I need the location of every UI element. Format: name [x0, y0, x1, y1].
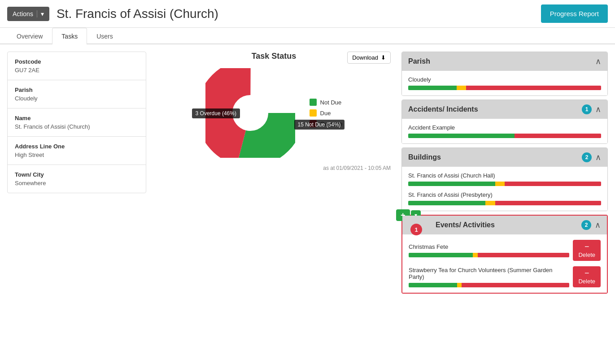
- chart-container: 3 Overdue (46%) 15 Not Due (54%) Not Due…: [157, 68, 391, 158]
- progress-bar-cloudely: [408, 86, 601, 90]
- pb-red: [478, 253, 569, 257]
- events-item-content-strawberry: Strawberry Tea for Church Volunteers (Su…: [409, 267, 569, 287]
- info-panel: Postcode GU7 2AE Parish Cloudely Name St…: [7, 52, 146, 193]
- list-item: St. Francis of Assisi (Presbytery): [408, 191, 601, 205]
- right-panel: Parish ∧ Cloudely Accidents/ In: [401, 52, 608, 297]
- progress-bar-accident: [408, 134, 601, 138]
- info-label-address: Address Line One: [15, 143, 139, 150]
- section-body-buildings: St. Francis of Assisi (Church Hall) St. …: [402, 167, 607, 211]
- info-row-city: Town/ City Somewhere: [8, 165, 146, 193]
- badge-buildings: 2: [582, 152, 592, 162]
- download-button[interactable]: Download ⬇: [347, 52, 391, 64]
- chevron-parish[interactable]: ∧: [595, 56, 601, 66]
- section-header-events: Events/ Activities 2 ∧: [402, 216, 607, 234]
- list-item: Christmas Fete − Delete: [409, 240, 601, 261]
- actions-button[interactable]: Actions ▾: [7, 7, 49, 21]
- section-header-right-buildings: 2 ∧: [582, 152, 601, 162]
- list-item: Cloudely: [408, 76, 601, 90]
- chevron-accidents[interactable]: ∧: [595, 104, 601, 114]
- tab-users[interactable]: Users: [87, 28, 122, 44]
- delete-christmas-button[interactable]: − Delete: [573, 240, 601, 261]
- page-title: St. Francis of Assisi (Church): [57, 7, 534, 21]
- minus-icon: −: [584, 269, 589, 277]
- section-body-accidents: Accident Example: [402, 119, 607, 143]
- actions-label: Actions: [13, 10, 33, 17]
- info-value-city: Somewhere: [15, 180, 139, 186]
- info-value-address: High Street: [15, 152, 139, 158]
- download-label: Download: [352, 54, 378, 61]
- delete-strawberry-button[interactable]: − Delete: [573, 266, 601, 287]
- progress-bar-strawberry: [409, 283, 569, 287]
- progress-bar-presbytery: [408, 201, 601, 205]
- tab-tasks[interactable]: Tasks: [52, 28, 87, 44]
- section-body-events: Christmas Fete − Delete: [402, 234, 607, 293]
- item-name-strawberry: Strawberry Tea for Church Volunteers (Su…: [409, 267, 569, 280]
- info-label-parish: Parish: [15, 87, 139, 93]
- info-value-parish: Cloudely: [15, 95, 139, 102]
- item-name-presbytery: St. Francis of Assisi (Presbytery): [408, 191, 601, 198]
- progress-bar-christmas: [409, 253, 569, 257]
- legend-color-notdue: [310, 99, 317, 106]
- pb-yellow: [473, 253, 478, 257]
- download-icon: ⬇: [381, 54, 386, 61]
- section-title-events: Events/ Activities: [436, 221, 495, 229]
- pb-yellow: [485, 201, 495, 205]
- progress-report-button[interactable]: Progress Report: [541, 4, 608, 23]
- info-label-postcode: Postcode: [15, 58, 139, 65]
- chart-area: Task Status Download ⬇: [146, 52, 401, 171]
- tooltip-overdue: 3 Overdue (46%): [192, 108, 240, 118]
- item-name-cloudely: Cloudely: [408, 76, 601, 83]
- section-events: + ▾ 1 Events/ Activities 2 ∧ Christmas F…: [401, 215, 608, 294]
- info-row-name: Name St. Francis of Assisi (Church): [8, 108, 146, 137]
- badge-events: 2: [581, 220, 591, 230]
- pb-green: [408, 182, 495, 186]
- chevron-events[interactable]: ∧: [595, 220, 601, 230]
- section-buildings: Buildings 2 ∧ St. Francis of Assisi (Chu…: [401, 147, 608, 211]
- pb-yellow: [457, 86, 467, 90]
- info-label-city: Town/ City: [15, 171, 139, 178]
- pb-red: [495, 201, 602, 205]
- events-circle-badge: 1: [410, 224, 422, 235]
- list-item: Strawberry Tea for Church Volunteers (Su…: [409, 266, 601, 287]
- header: Actions ▾ St. Francis of Assisi (Church)…: [0, 0, 615, 28]
- tab-overview[interactable]: Overview: [7, 28, 52, 44]
- pb-yellow: [495, 182, 505, 186]
- pb-green: [408, 134, 515, 138]
- list-item: Accident Example: [408, 124, 601, 138]
- pb-red: [505, 182, 601, 186]
- main-content: Postcode GU7 2AE Parish Cloudely Name St…: [0, 44, 615, 304]
- section-header-accidents: Accidents/ Incidents 1 ∧: [402, 100, 607, 119]
- pb-yellow: [457, 283, 462, 287]
- section-accidents: Accidents/ Incidents 1 ∧ Accident Exampl…: [401, 100, 608, 144]
- chart-timestamp: as at 01/09/2021 - 10:05 AM: [157, 165, 391, 171]
- info-row-parish: Parish Cloudely: [8, 80, 146, 108]
- badge-accidents: 1: [582, 104, 592, 114]
- actions-caret: ▾: [37, 10, 44, 17]
- section-body-parish: Cloudely: [402, 71, 607, 95]
- section-title-accidents: Accidents/ Incidents: [408, 105, 478, 113]
- pb-green: [408, 201, 485, 205]
- tabs-bar: Overview Tasks Users: [0, 28, 615, 44]
- progress-bar-churchhall: [408, 182, 601, 186]
- chevron-buildings[interactable]: ∧: [595, 152, 601, 162]
- tooltip-notdue: 15 Not Due (54%): [294, 120, 345, 130]
- delete-strawberry-label: Delete: [578, 278, 595, 285]
- section-parish: Parish ∧ Cloudely: [401, 52, 608, 96]
- info-value-postcode: GU7 2AE: [15, 67, 139, 74]
- section-title-parish: Parish: [408, 57, 430, 65]
- legend-item-notdue: Not Due: [310, 99, 343, 106]
- list-item: St. Francis of Assisi (Church Hall): [408, 172, 601, 186]
- section-title-buildings: Buildings: [408, 153, 441, 161]
- legend-color-due: [310, 109, 317, 117]
- pb-red: [462, 283, 569, 287]
- info-row-address: Address Line One High Street: [8, 137, 146, 165]
- pb-red: [515, 134, 602, 138]
- pb-red: [466, 86, 601, 90]
- pb-green: [408, 86, 457, 90]
- section-header-right-parish: ∧: [595, 56, 601, 66]
- delete-christmas-label: Delete: [578, 251, 595, 258]
- pb-green: [409, 253, 473, 257]
- section-header-buildings: Buildings 2 ∧: [402, 148, 607, 167]
- legend-label-notdue: Not Due: [320, 99, 342, 106]
- item-name-christmas: Christmas Fete: [409, 243, 569, 250]
